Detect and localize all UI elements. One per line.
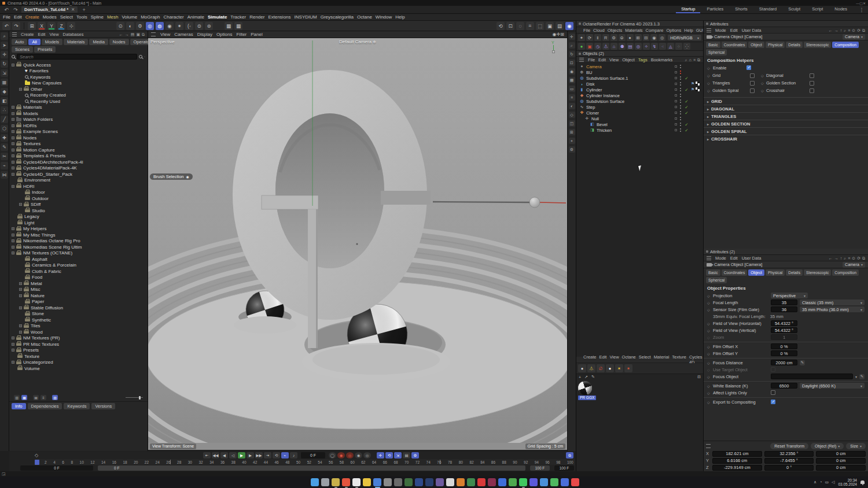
region-render-icon[interactable]: R — [602, 34, 609, 41]
browser-tree-item[interactable]: New Capsules — [9, 80, 148, 87]
browser-menu-create[interactable]: Create — [21, 32, 34, 37]
magnet-tool[interactable]: ⌁ — [1, 162, 8, 169]
visibility-dots[interactable] — [680, 117, 681, 118]
browser-tree-item[interactable]: +Presets — [9, 347, 148, 354]
chrome-app[interactable] — [352, 478, 361, 486]
cinema-4d-app[interactable] — [373, 478, 381, 486]
thumb-large-icon[interactable]: ▦ — [21, 395, 27, 400]
float-icon[interactable]: ⧉ — [697, 58, 700, 62]
menu-greyscalegorilla[interactable]: Greyscalegorilla — [321, 14, 354, 20]
visibility-dots[interactable] — [680, 71, 681, 72]
picker-icon[interactable]: ✎ — [859, 374, 865, 379]
browser-tree-item[interactable]: +Nikomedias Octane Rig Pro — [9, 238, 148, 245]
layout-corner-icon[interactable]: ◲ — [2, 472, 6, 476]
viewport-canvas[interactable]: Perspective Default Camera ⊕ Brush Selec… — [148, 38, 567, 443]
browser-tree-item[interactable]: +Cycles4D_Starter_Pack — [9, 171, 148, 178]
menu-character[interactable]: Character — [164, 14, 184, 20]
coordinate-field[interactable]: -229.9149 cm — [712, 465, 762, 471]
attr-tab-basic[interactable]: Basic — [706, 269, 720, 276]
phong-tag-icon[interactable]: ⚑ — [691, 82, 694, 86]
colorspace-select[interactable]: HDR/sRGB — [668, 35, 701, 40]
undo-button[interactable]: ↶ — [2, 22, 10, 30]
coordinate-field[interactable]: -7.6455 ° — [764, 458, 814, 464]
opera-gx-app[interactable] — [342, 478, 350, 486]
filter-tab-all[interactable]: All — [28, 39, 40, 45]
collapsed-section-triangles[interactable]: ▸TRIANGLES — [704, 112, 868, 120]
viewport-menu-cameras[interactable]: Cameras — [174, 32, 193, 37]
browser-tree-item[interactable]: +Nikomedias Scene Rig Ultim — [9, 244, 148, 250]
menu-create[interactable]: Create — [25, 14, 39, 20]
attr-tab-object[interactable]: Object — [748, 269, 764, 276]
scale-tool[interactable]: ⇲ — [1, 69, 8, 77]
browser-tree-item[interactable]: +Models — [9, 110, 148, 117]
mail-app[interactable] — [321, 478, 329, 486]
play-button[interactable]: ▶ — [238, 452, 245, 459]
filter-icon[interactable]: ≡ — [848, 28, 850, 32]
timeline-ruler[interactable]: 0246810121416182022242628303234363840424… — [35, 459, 575, 465]
menu-help[interactable]: Help — [395, 14, 404, 20]
visibility-dots[interactable] — [680, 76, 681, 77]
browser-tree-item[interactable]: Synthetic — [9, 317, 148, 323]
object-tree-item[interactable]: ◍Subdivision Surface.1✓ — [576, 75, 703, 81]
octane-menu-cloud[interactable]: Cloud — [593, 28, 605, 33]
value-field[interactable]: 6500 — [771, 383, 797, 389]
viewport-menu-panel[interactable]: Panel — [251, 32, 262, 37]
calc-app[interactable] — [394, 478, 402, 486]
coord-button-size[interactable]: Size▾ — [846, 443, 866, 449]
visibility-dots[interactable] — [680, 128, 681, 130]
kernel-icon[interactable]: ✦ — [578, 34, 585, 41]
next-key-button[interactable]: ▶▶ — [255, 452, 263, 459]
target-light-icon[interactable]: ✧ — [643, 43, 650, 50]
menu-animate[interactable]: Animate — [187, 14, 204, 20]
edit-material-icon[interactable]: ✎ — [591, 375, 595, 379]
menu-octane[interactable]: Octane — [357, 14, 372, 20]
object-tree-item[interactable]: ✛Null — [576, 116, 703, 121]
visibility-dots[interactable] — [680, 111, 681, 112]
key-rotation-button[interactable]: ⇲ — [394, 452, 402, 459]
menu-modes[interactable]: Modes — [43, 14, 57, 20]
layout-tab-script[interactable]: Script — [807, 6, 828, 13]
collapsed-section-crosshair[interactable]: ▸CROSSHAIR — [704, 135, 868, 142]
list-icon[interactable]: ≡ — [41, 395, 46, 400]
lightroom-app[interactable] — [425, 478, 433, 486]
goto-start-button[interactable]: ⇤ — [203, 452, 211, 459]
forward-icon[interactable]: → — [834, 28, 838, 32]
visibility-dots[interactable] — [680, 82, 681, 83]
visibility-dots[interactable] — [680, 88, 681, 89]
value-field[interactable]: 54.4322 ° — [771, 320, 797, 326]
browser-tree-item[interactable]: +NM Textures (OCTANE) — [9, 250, 148, 257]
material-tag-icon[interactable] — [696, 82, 700, 86]
node-material-icon[interactable]: ⏃ — [587, 364, 595, 372]
up-icon[interactable]: ↑ — [840, 256, 843, 260]
material-name[interactable]: PR GGX — [578, 395, 596, 400]
vdb-icon[interactable]: ◬ — [667, 43, 674, 50]
camera-label[interactable]: Default Camera ⊕ — [339, 39, 376, 45]
solo-view-button[interactable]: ⊡ — [506, 22, 514, 30]
checker-material-preview[interactable] — [578, 381, 592, 395]
layout-tab-standard[interactable]: Standard — [754, 6, 782, 13]
browser-tree-item[interactable]: Studio — [9, 208, 148, 214]
octane-menu-options[interactable]: Options — [666, 28, 681, 33]
browser-menu-databases[interactable]: Databases — [63, 32, 84, 37]
environment-icon[interactable]: ⌂ — [610, 43, 617, 50]
browser-menu-view[interactable]: View — [49, 32, 58, 37]
key-param-button[interactable]: ◎ — [363, 452, 371, 459]
objects-menu-view[interactable]: View — [609, 57, 619, 62]
illustrator-app[interactable] — [457, 478, 465, 486]
options-view[interactable]: ⚙ — [569, 146, 575, 153]
float-icon[interactable]: ⧉ — [862, 256, 865, 260]
material-thumbnail[interactable]: PR GGX — [576, 380, 703, 401]
filter-icon[interactable]: ≡ — [693, 58, 696, 62]
photoshop-app[interactable] — [415, 478, 423, 486]
clear-material-icon[interactable]: ∅ — [597, 364, 605, 372]
pan-view[interactable]: ✛ — [569, 34, 575, 40]
attr-tab-coordinates[interactable]: Coordinates — [722, 42, 748, 48]
helper-checkbox-diagonal[interactable] — [810, 73, 814, 78]
layer-toggle[interactable] — [675, 94, 677, 97]
collapsed-section-grid[interactable]: ▸GRID — [704, 97, 868, 105]
cube-tool-a[interactable]: ▦ — [225, 22, 233, 30]
browser-tree-item[interactable]: Recently Used — [9, 98, 148, 105]
attr-tab-object[interactable]: Object — [748, 42, 764, 48]
lock-icon[interactable]: ⊜ — [619, 34, 626, 41]
value-field[interactable]: 1 — [771, 334, 797, 340]
